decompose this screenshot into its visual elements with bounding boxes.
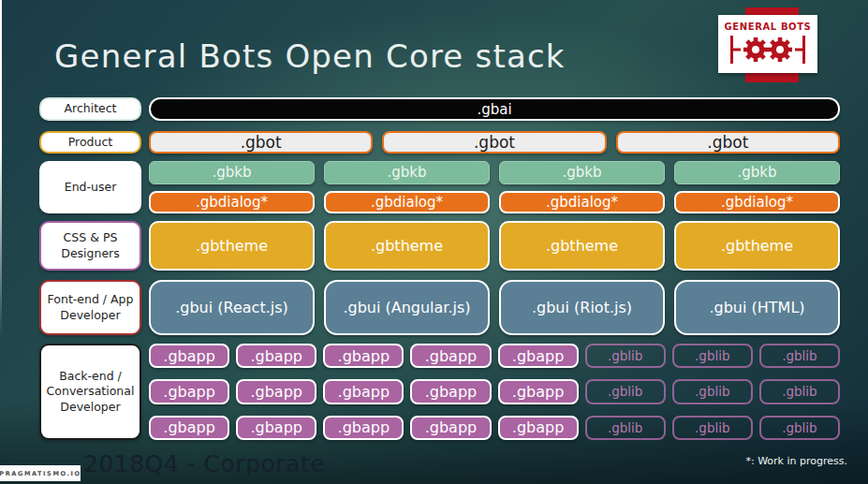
stack-box-gblib: .gblib: [585, 416, 666, 440]
stack-box-gbapp: .gbapp: [498, 416, 579, 440]
stack-box-gbai: .gbai: [149, 97, 840, 121]
stack-box-gbdialog: .gbdialog*: [674, 191, 840, 214]
stack-box-gbui: .gbui (React.js): [149, 280, 315, 335]
gears-icon: [727, 33, 809, 66]
slide-left-accent: [0, 0, 2, 484]
stack-box-gbdialog: .gbdialog*: [324, 191, 490, 214]
stack-box-gbapp: .gbapp: [323, 416, 404, 440]
slide-title: General Bots Open Core stack: [54, 37, 566, 75]
stack-row: .gbot.gbot.gbot: [149, 131, 840, 154]
stack-box-gbtheme: .gbtheme: [674, 221, 840, 271]
row-label-product: Product: [39, 131, 141, 154]
pragmatismo-badge: PRAGMATISMO.IO: [0, 465, 81, 481]
band-product: Product.gbot.gbot.gbot: [39, 131, 840, 154]
stack-row: .gbapp.gbapp.gbapp.gbapp.gbapp.gblib.gbl…: [149, 379, 840, 403]
stack-box-gbkb: .gbkb: [674, 161, 840, 184]
stack-box-gbapp: .gbapp: [410, 379, 491, 403]
stack-box-gbkb: .gbkb: [324, 161, 490, 184]
stack-box-gblib: .gblib: [585, 379, 666, 403]
stack-row: .gbapp.gbapp.gbapp.gbapp.gbapp.gblib.gbl…: [149, 344, 840, 368]
stack-box-gbdialog: .gbdialog*: [499, 191, 665, 214]
band-designers: CSS & PS Designers.gbtheme.gbtheme.gbthe…: [39, 221, 840, 271]
stack-row: .gbai: [149, 97, 840, 121]
stack-box-gbtheme: .gbtheme: [324, 221, 490, 271]
row-label-frontend: Font-end / App Developer: [39, 280, 141, 335]
stack-box-gblib: .gblib: [672, 416, 753, 440]
stack-box-gbapp: .gbapp: [236, 379, 316, 403]
stack-row: .gbapp.gbapp.gbapp.gbapp.gbapp.gblib.gbl…: [149, 416, 840, 440]
footer-caption: 2018Q4 - Corporate: [83, 450, 325, 477]
row-label-designers: CSS & PS Designers: [39, 221, 141, 271]
stack-box-gblib: .gblib: [759, 416, 840, 440]
stack-row: .gbtheme.gbtheme.gbtheme.gbtheme: [149, 221, 840, 271]
stack-box-gbtheme: .gbtheme: [149, 221, 315, 271]
stack-box-gbot: .gbot: [382, 131, 606, 154]
stack-box-gbapp: .gbapp: [498, 344, 579, 368]
row-label-enduser: End-user: [39, 161, 141, 213]
stack-box-gblib: .gblib: [672, 379, 753, 403]
band-architect: Architect.gbai: [39, 97, 840, 121]
stack-box-gblib: .gblib: [585, 344, 666, 368]
row-label-architect: Architect: [39, 97, 141, 121]
logo-brand-text: GENERAL BOTS: [725, 22, 812, 32]
stack-box-gbdialog: .gbdialog*: [149, 191, 315, 214]
stack-box-gbapp: .gbapp: [236, 344, 316, 368]
stack-row: .gbkb.gbkb.gbkb.gbkb: [149, 161, 840, 184]
slide: General Bots Open Core stack GENERAL BOT…: [0, 0, 868, 484]
stack-box-gbapp: .gbapp: [323, 344, 404, 368]
stack-box-gbapp: .gbapp: [149, 344, 229, 368]
stack-box-gbkb: .gbkb: [499, 161, 665, 184]
stack-row: .gbui (React.js).gbui (Angular.js).gbui …: [149, 280, 840, 335]
row-label-backend: Back-end / Conversational Developer: [39, 344, 141, 440]
stack-box-gbui: .gbui (HTML): [674, 280, 840, 335]
work-in-progress-note: *: Work in progress.: [745, 455, 847, 467]
band-backend: Back-end / Conversational Developer.gbap…: [39, 344, 840, 440]
stack: Architect.gbaiProduct.gbot.gbot.gbotEnd-…: [39, 97, 840, 440]
band-enduser: End-user.gbkb.gbkb.gbkb.gbkb.gbdialog*.g…: [39, 161, 840, 213]
general-bots-logo: GENERAL BOTS: [718, 15, 817, 73]
stack-box-gblib: .gblib: [672, 344, 753, 368]
stack-box-gbot: .gbot: [149, 131, 373, 154]
stack-box-gblib: .gblib: [759, 344, 840, 368]
stack-box-gbapp: .gbapp: [498, 379, 579, 403]
stack-box-gbapp: .gbapp: [323, 379, 404, 403]
stack-box-gbkb: .gbkb: [149, 161, 315, 184]
stack-box-gbtheme: .gbtheme: [499, 221, 665, 271]
stack-box-gbui: .gbui (Angular.js): [324, 280, 490, 335]
band-frontend: Font-end / App Developer.gbui (React.js)…: [39, 280, 840, 335]
stack-row: .gbdialog*.gbdialog*.gbdialog*.gbdialog*: [149, 191, 840, 214]
stack-box-gbapp: .gbapp: [149, 416, 229, 440]
stack-box-gbot: .gbot: [616, 131, 840, 154]
stack-box-gbapp: .gbapp: [410, 416, 491, 440]
stack-box-gbapp: .gbapp: [410, 344, 491, 368]
stack-box-gbapp: .gbapp: [149, 379, 229, 403]
stack-box-gbapp: .gbapp: [236, 416, 316, 440]
stack-box-gblib: .gblib: [759, 379, 840, 403]
stack-box-gbui: .gbui (Riot.js): [499, 280, 665, 335]
